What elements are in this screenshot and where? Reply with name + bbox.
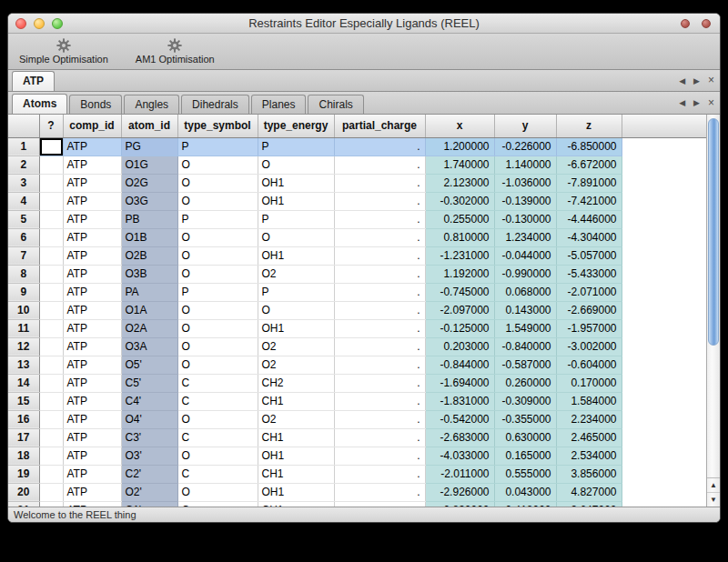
cell-type-energy[interactable]: P [258,137,334,156]
cell-y[interactable]: -0.309000 [494,392,556,410]
cell-atom-id[interactable]: O5' [121,356,177,374]
cell-atom-id[interactable]: O1B [121,228,177,246]
cell-select[interactable] [39,374,63,392]
cell-atom-id[interactable]: PG [121,137,177,156]
cell-partial-charge[interactable]: . [334,174,425,192]
cell-atom-id[interactable]: PA [121,283,177,301]
cell-select[interactable] [39,265,63,283]
cell-comp-id[interactable]: ATP [63,337,121,356]
table-row[interactable]: 18 ATP O3' O OH1 . -4.033000 0.165000 2.… [8,447,706,465]
cell-type-energy[interactable]: OH1 [258,246,334,265]
cell-y[interactable]: -0.587000 [494,356,556,374]
titlebar-right-dot-1[interactable] [681,19,690,28]
cell-y[interactable]: -0.044000 [494,246,556,265]
cell-atom-id[interactable]: C3' [121,428,177,447]
cell-select[interactable] [39,246,63,265]
tab-dihedrals[interactable]: Dihedrals [181,95,249,114]
cell-z[interactable]: -1.957000 [556,319,622,337]
cell-type-energy[interactable]: CH1 [258,465,334,483]
tab-planes[interactable]: Planes [251,95,307,114]
cell-partial-charge[interactable]: . [334,228,425,246]
cell-x[interactable]: -2.097000 [425,301,494,319]
cell-type-symbol[interactable]: O [177,447,258,465]
cell-partial-charge[interactable]: . [334,156,425,174]
tab-scroll-right-icon[interactable]: ▶ [693,76,700,85]
cell-y[interactable]: -1.036000 [494,174,556,192]
cell-type-energy[interactable]: CH1 [258,501,334,507]
cell-select[interactable] [39,137,63,156]
cell-type-symbol[interactable]: C [177,428,258,447]
cell-partial-charge[interactable]: . [334,192,425,210]
cell-x[interactable]: -0.745000 [425,283,494,301]
cell-type-symbol[interactable]: O [177,319,258,337]
cell-y[interactable]: -0.418000 [494,501,556,507]
cell-type-energy[interactable]: OH1 [258,319,334,337]
tab-chirals[interactable]: Chirals [308,95,363,114]
cell-partial-charge[interactable]: . [334,301,425,319]
cell-x[interactable]: -1.694000 [425,374,494,392]
cell-y[interactable]: 0.165000 [494,447,556,465]
cell-select[interactable] [39,337,63,356]
cell-atom-id[interactable]: O2A [121,319,177,337]
cell-atom-id[interactable]: O2G [121,174,177,192]
row-number[interactable]: 20 [8,483,39,501]
cell-select[interactable] [39,483,63,501]
table-row[interactable]: 5 ATP PB P P . 0.255000 -0.130000 -4.446… [8,210,706,228]
cell-comp-id[interactable]: ATP [63,210,121,228]
tab-scroll-left-icon[interactable]: ◀ [679,76,685,85]
cell-x[interactable]: 1.740000 [425,156,494,174]
row-number[interactable]: 9 [8,283,39,301]
cell-x[interactable]: 0.255000 [425,210,494,228]
cell-z[interactable]: -2.071000 [556,283,622,301]
cell-y[interactable]: -0.226000 [494,137,556,156]
cell-select[interactable] [39,301,63,319]
col-header-y[interactable]: y [494,115,556,137]
cell-partial-charge[interactable]: . [334,265,425,283]
cell-y[interactable]: 1.140000 [494,156,556,174]
cell-z[interactable]: -6.672000 [556,156,622,174]
cell-type-symbol[interactable]: C [177,465,258,483]
cell-x[interactable]: -0.830000 [425,501,494,507]
tab-scroll-right-icon[interactable]: ▶ [693,98,700,107]
table-row[interactable]: 21 ATP C1' C CH1 . -0.830000 -0.418000 3… [8,501,706,507]
cell-x[interactable]: -0.125000 [425,319,494,337]
cell-comp-id[interactable]: ATP [63,265,121,283]
cell-comp-id[interactable]: ATP [63,156,121,174]
row-number[interactable]: 15 [8,392,39,410]
cell-partial-charge[interactable]: . [334,137,425,156]
scrollbar-thumb[interactable] [708,118,719,346]
tab-scroll-left-icon[interactable]: ◀ [679,98,685,107]
cell-comp-id[interactable]: ATP [63,228,121,246]
cell-y[interactable]: -0.139000 [494,192,556,210]
col-header-atom-id[interactable]: atom_id [121,115,177,137]
cell-z[interactable]: 2.465000 [556,428,622,447]
row-number[interactable]: 1 [8,137,39,156]
tab-close-icon[interactable]: × [708,76,714,85]
cell-z[interactable]: -4.446000 [556,210,622,228]
cell-comp-id[interactable]: ATP [63,447,121,465]
cell-type-energy[interactable]: O [258,156,334,174]
cell-comp-id[interactable]: ATP [63,501,121,507]
cell-type-energy[interactable]: O2 [258,337,334,356]
cell-z[interactable]: -5.057000 [556,246,622,265]
cell-comp-id[interactable]: ATP [63,192,121,210]
cell-select[interactable] [39,410,63,428]
row-number[interactable]: 11 [8,319,39,337]
cell-atom-id[interactable]: C2' [121,465,177,483]
table-row[interactable]: 19 ATP C2' C CH1 . -2.011000 0.555000 3.… [8,465,706,483]
cell-type-energy[interactable]: OH1 [258,174,334,192]
cell-comp-id[interactable]: ATP [63,428,121,447]
cell-y[interactable]: 0.068000 [494,283,556,301]
cell-z[interactable]: -3.002000 [556,337,622,356]
tab-close-icon[interactable]: × [708,99,714,107]
table-row[interactable]: 11 ATP O2A O OH1 . -0.125000 1.549000 -1… [8,319,706,337]
cell-type-energy[interactable]: CH1 [258,392,334,410]
cell-x[interactable]: 2.123000 [425,174,494,192]
cell-comp-id[interactable]: ATP [63,137,121,156]
cell-type-energy[interactable]: O2 [258,265,334,283]
row-number[interactable]: 3 [8,174,39,192]
cell-select[interactable] [39,392,63,410]
cell-select[interactable] [39,283,63,301]
cell-comp-id[interactable]: ATP [63,174,121,192]
cell-comp-id[interactable]: ATP [63,392,121,410]
